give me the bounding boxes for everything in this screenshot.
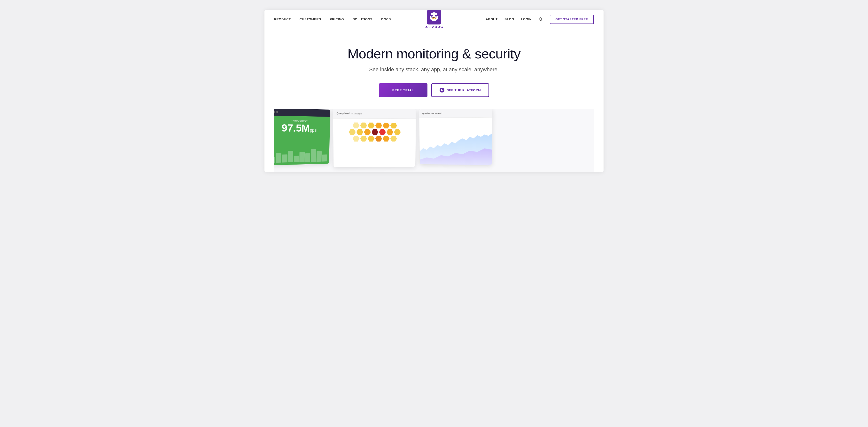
nav-login[interactable]: LOGIN xyxy=(521,18,532,21)
hex-row-2 xyxy=(349,129,401,135)
dashboard-bg: Throughput 97.5Mpps xyxy=(274,109,594,172)
hex-cell xyxy=(360,123,367,129)
hex-cell xyxy=(383,136,390,142)
nav-blog[interactable]: BLOG xyxy=(504,18,514,21)
search-icon xyxy=(538,17,543,22)
hero-buttons: FREE TRIAL SEE THE PLATFORM xyxy=(274,83,594,97)
hex-row-3 xyxy=(352,136,397,142)
navbar: PRODUCT CUSTOMERS PRICING SOLUTIONS DOCS xyxy=(265,10,603,29)
hex-cell xyxy=(372,129,378,135)
svg-line-12 xyxy=(541,20,542,21)
datadog-logo-icon xyxy=(427,10,441,25)
hex-cell xyxy=(379,129,386,135)
nav-right: ABOUT BLOG LOGIN GET STARTED FREE xyxy=(486,15,594,24)
hex-cell xyxy=(386,129,393,135)
nav-pricing[interactable]: PRICING xyxy=(330,18,344,21)
nav-product[interactable]: PRODUCT xyxy=(274,18,291,21)
throughput-number: 97.5M xyxy=(282,122,310,134)
bar xyxy=(322,154,327,162)
logo-text: DATADOG xyxy=(425,25,443,29)
throughput-card: Throughput 97.5Mpps xyxy=(274,109,330,165)
throughput-unit: pps xyxy=(310,128,316,133)
mini-chart xyxy=(274,148,327,163)
hex-cell xyxy=(368,123,374,129)
nav-solutions[interactable]: SOLUTIONS xyxy=(352,18,372,21)
nav-about[interactable]: ABOUT xyxy=(486,18,497,21)
bar xyxy=(276,153,281,163)
hex-cell xyxy=(375,136,382,142)
bar xyxy=(288,151,293,162)
nav-docs[interactable]: DOCS xyxy=(381,18,391,21)
bar xyxy=(293,156,299,162)
bar xyxy=(282,154,287,163)
hex-cell xyxy=(360,136,367,142)
play-icon xyxy=(440,88,444,92)
dashboard-preview: Throughput 97.5Mpps xyxy=(274,109,594,172)
queries-card: Queries per second xyxy=(419,109,492,165)
nav-left: PRODUCT CUSTOMERS PRICING SOLUTIONS DOCS xyxy=(274,18,391,21)
hex-cell xyxy=(368,136,374,142)
bar xyxy=(299,152,305,162)
hex-cell xyxy=(394,130,401,135)
hex-cell xyxy=(390,136,397,142)
query-load-label: Query load xyxy=(337,112,349,115)
honeycomb-grid xyxy=(337,123,412,142)
queries-header: Queries per second xyxy=(419,109,492,118)
bar xyxy=(274,157,275,163)
instance-type-label: c3.2xlarge xyxy=(351,112,362,115)
svg-point-4 xyxy=(431,16,433,17)
honeycomb-area xyxy=(333,118,416,145)
bar xyxy=(305,153,310,162)
card-dot xyxy=(274,111,275,113)
throughput-value: 97.5Mpps xyxy=(274,123,327,134)
query-load-card: Query load c3.2xlarge xyxy=(333,109,416,167)
hex-row-1 xyxy=(352,123,397,129)
nav-customers[interactable]: CUSTOMERS xyxy=(300,18,321,21)
hero-subtitle: See inside any stack, any app, at any sc… xyxy=(274,66,594,73)
queries-label: Queries per second xyxy=(422,112,442,115)
see-platform-label: SEE THE PLATFORM xyxy=(447,88,481,92)
hero-section: Modern monitoring & security See inside … xyxy=(265,29,603,172)
query-load-header: Query load c3.2xlarge xyxy=(333,109,416,119)
free-trial-button[interactable]: FREE TRIAL xyxy=(379,83,428,97)
area-chart xyxy=(419,117,492,165)
play-triangle xyxy=(441,89,443,91)
card-content-green: Throughput 97.5Mpps xyxy=(274,116,330,165)
svg-point-5 xyxy=(435,16,436,17)
card-dot xyxy=(276,111,278,113)
hex-cell xyxy=(383,123,390,129)
nav-logo[interactable]: DATADOG xyxy=(425,10,443,29)
get-started-button[interactable]: GET STARTED FREE xyxy=(550,15,594,24)
hex-cell xyxy=(352,136,360,142)
page-wrapper: PRODUCT CUSTOMERS PRICING SOLUTIONS DOCS xyxy=(265,10,603,172)
hex-cell xyxy=(375,123,382,129)
hex-cell xyxy=(356,129,363,135)
hex-cell xyxy=(364,129,371,135)
hex-cell xyxy=(390,123,397,129)
see-platform-button[interactable]: SEE THE PLATFORM xyxy=(431,83,489,97)
hex-cell xyxy=(352,123,360,129)
search-button[interactable] xyxy=(538,17,543,22)
bar xyxy=(311,149,316,162)
hex-cell xyxy=(349,129,355,135)
bar xyxy=(316,151,321,162)
hero-title: Modern monitoring & security xyxy=(274,46,594,61)
